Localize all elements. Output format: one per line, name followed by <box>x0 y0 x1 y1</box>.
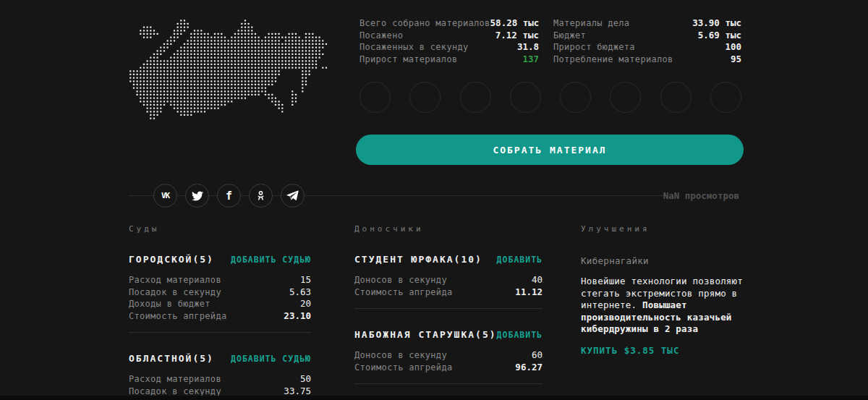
odnoklassniki-share-button[interactable] <box>249 184 273 208</box>
upgrades-section: Улучшения Кибернагайки Новейшие технолог… <box>581 224 746 356</box>
stat-label: Доносов в секунду <box>354 275 447 285</box>
stat-label: Доходы в бюджет <box>129 299 210 309</box>
telegram-icon <box>286 190 299 201</box>
item-head: СТУДЕНТ ЮРФАКА(10)ДОБАВИТЬ <box>354 254 542 265</box>
informants-section-title: Доносчики <box>354 224 542 234</box>
stat-row: Прирост материалов137 <box>359 54 539 66</box>
stat-value: 137 <box>522 54 539 64</box>
artifact-slot[interactable] <box>710 82 741 113</box>
odnoklassniki-icon <box>255 190 266 202</box>
item-head: ОБЛАСТНОЙ(5)ДОБАВИТЬ СУДЬЮ <box>129 353 311 364</box>
collect-material-button[interactable]: СОБРАТЬ МАТЕРИАЛ <box>356 135 744 165</box>
item-head: НАБОЖНАЯ СТАРУШКА(5)ДОБАВИТЬ <box>354 329 542 340</box>
upgrade-description: Новейшие технологии позволяют стегать эк… <box>581 276 746 336</box>
russia-dot-map <box>129 19 331 120</box>
stat-row: Посажено7.12 тыс <box>359 30 539 42</box>
footer-strip <box>0 396 868 400</box>
stat-value: 31.8 <box>517 41 539 52</box>
stat-label: Посадок в секунду <box>129 287 221 297</box>
twitter-share-button[interactable] <box>185 184 209 208</box>
stat-value: 23.10 <box>284 310 311 321</box>
vk-share-button[interactable]: VK <box>153 184 177 208</box>
stats-column-right: Материалы дела33.90 тысБюджет5.69 тысПри… <box>553 17 741 65</box>
add-button[interactable]: ДОБАВИТЬ СУДЬЮ <box>231 255 311 265</box>
stat-value: 33.75 <box>284 386 311 396</box>
stat-label: Посадок в секунду <box>129 386 221 396</box>
artifact-slot[interactable] <box>510 82 541 113</box>
stat-value: 95 <box>731 54 741 64</box>
item-rows: Доносов в секунду60Стоимость апгрейда96.… <box>354 349 542 373</box>
facebook-icon: f <box>226 190 232 203</box>
upgrades-section-title: Улучшения <box>581 224 746 234</box>
resource-stats-panel: Всего собрано материалов58.28 тысПосажен… <box>359 17 741 65</box>
stat-value: 50 <box>300 373 311 384</box>
stat-row: Доносов в секунду40 <box>354 274 542 286</box>
stat-row: Материалы дела33.90 тыс <box>553 17 741 30</box>
stat-row: Всего собрано материалов58.28 тыс <box>359 17 539 30</box>
stat-label: Прирост материалов <box>359 54 457 64</box>
stat-row: Стоимость апгрейда11.12 <box>354 286 542 299</box>
stat-label: Доносов в секунду <box>354 350 447 360</box>
stat-row: Потребление материалов95 <box>553 54 741 66</box>
buy-upgrade-button[interactable]: КУПИТЬ $3.85 ТЫС <box>581 345 746 356</box>
stat-label: Стоимость апгрейда <box>354 287 452 297</box>
stat-row: Доходы в бюджет20 <box>129 298 311 310</box>
stat-value: 5.69 тыс <box>698 30 741 41</box>
upgrade-name: Кибернагайки <box>581 255 746 266</box>
artifact-slot[interactable] <box>460 82 491 113</box>
artifact-slot[interactable] <box>560 82 591 113</box>
stat-value: 40 <box>532 274 542 285</box>
stat-row: Расход материалов15 <box>129 274 311 286</box>
stat-label: Посаженных в секунду <box>359 42 469 52</box>
stat-label: Материалы дела <box>553 18 629 28</box>
informants-section: Доносчики СТУДЕНТ ЮРФАКА(10)ДОБАВИТЬДоно… <box>354 224 542 384</box>
stat-label: Бюджет <box>553 30 586 41</box>
stat-row: Доносов в секунду60 <box>354 349 542 362</box>
add-button[interactable]: ДОБАВИТЬ <box>497 330 542 340</box>
stat-value: 100 <box>725 41 741 52</box>
stat-value: 7.12 тыс <box>495 30 539 41</box>
stats-column-left: Всего собрано материалов58.28 тысПосажен… <box>359 17 539 65</box>
add-button[interactable]: ДОБАВИТЬ СУДЬЮ <box>231 354 311 364</box>
artifact-slot[interactable] <box>409 82 441 113</box>
informants-list: СТУДЕНТ ЮРФАКА(10)ДОБАВИТЬДоносов в секу… <box>354 254 542 384</box>
telegram-share-button[interactable] <box>281 184 305 208</box>
stat-label: Потребление материалов <box>553 54 673 64</box>
stat-row: Прирост бюджета100 <box>553 41 741 54</box>
item-name: СТУДЕНТ ЮРФАКА(10) <box>354 254 482 265</box>
item-rows: Доносов в секунду40Стоимость апгрейда11.… <box>354 274 542 298</box>
artifact-slot[interactable] <box>359 82 391 113</box>
stat-label: Расход материалов <box>129 275 221 285</box>
stat-row: Посаженных в секунду31.8 <box>359 41 539 54</box>
stat-value: 11.12 <box>515 286 542 297</box>
item-name: НАБОЖНАЯ СТАРУШКА(5) <box>354 329 497 340</box>
stat-label: Стоимость апгрейда <box>354 362 452 373</box>
add-button[interactable]: ДОБАВИТЬ <box>497 255 542 265</box>
item-head: ГОРОДСКОЙ(5)ДОБАВИТЬ СУДЬЮ <box>129 254 311 265</box>
twitter-icon <box>192 190 203 202</box>
divider <box>129 332 311 333</box>
item-rows: Расход материалов15Посадок в секунду5.63… <box>129 274 311 322</box>
vk-icon: VK <box>161 191 169 200</box>
artifact-slot[interactable] <box>610 82 641 113</box>
stat-value: 5.63 <box>289 286 311 297</box>
artifact-slot[interactable] <box>660 82 692 113</box>
stat-value: 58.28 тыс <box>490 17 540 28</box>
stat-row: Стоимость апгрейда96.27 <box>354 362 542 374</box>
stat-label: Прирост бюджета <box>553 42 635 52</box>
stat-value: 15 <box>300 274 311 285</box>
stat-value: 20 <box>300 298 311 309</box>
views-counter: NaN просмотров <box>663 190 739 201</box>
artifact-slots-row <box>359 82 741 113</box>
courts-section: Суды ГОРОДСКОЙ(5)ДОБАВИТЬ СУДЬЮРасход ма… <box>129 224 311 397</box>
stat-label: Стоимость апгрейда <box>129 311 226 321</box>
facebook-share-button[interactable]: f <box>217 184 241 208</box>
item-rows: Расход материалов50Посадок в секунду33.7… <box>129 373 311 397</box>
stat-label: Расход материалов <box>129 374 221 384</box>
stat-row: Посадок в секунду5.63 <box>129 286 311 299</box>
stat-label: Всего собрано материалов <box>359 18 490 28</box>
share-icons-row: VK f <box>153 184 305 208</box>
stat-label: Посажено <box>359 30 403 41</box>
courts-section-title: Суды <box>129 224 311 234</box>
stat-row: Бюджет5.69 тыс <box>553 30 741 42</box>
